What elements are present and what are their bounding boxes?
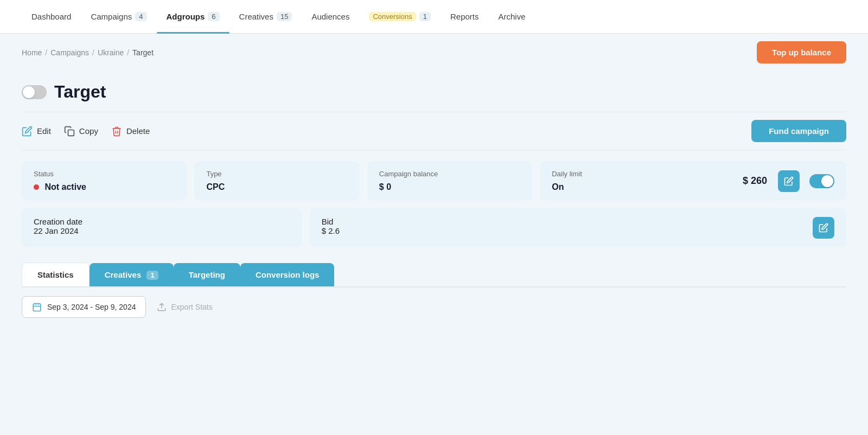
copy-icon bbox=[64, 126, 75, 137]
nav-item-conversions[interactable]: Conversions 1 bbox=[359, 0, 441, 34]
toolbar: Edit Copy Delete Fund campaign bbox=[22, 112, 846, 150]
info-cards-row1: Status Not active Type CPC Campaign bala… bbox=[22, 161, 846, 201]
status-dot bbox=[34, 184, 39, 190]
tabs-row: Statistics Creatives 1 Targeting Convers… bbox=[22, 263, 846, 287]
conversions-label: Conversions bbox=[369, 12, 416, 21]
delete-button[interactable]: Delete bbox=[111, 126, 150, 137]
export-icon bbox=[157, 302, 167, 312]
svg-rect-0 bbox=[68, 130, 74, 136]
delete-icon bbox=[111, 126, 122, 137]
creation-date-card: Creation date 22 Jan 2024 bbox=[22, 208, 302, 247]
breadcrumb-sep1: / bbox=[45, 48, 47, 57]
creation-date-label: Creation date bbox=[34, 217, 290, 226]
campaign-balance-value: $ 0 bbox=[379, 182, 520, 192]
title-row: Target bbox=[22, 69, 846, 112]
edit-button[interactable]: Edit bbox=[22, 126, 51, 137]
daily-limit-edit-button[interactable] bbox=[778, 170, 800, 192]
nav-item-campaigns[interactable]: Campaigns 4 bbox=[81, 0, 156, 34]
top-navigation: Dashboard Campaigns 4 Adgroups 6 Creativ… bbox=[0, 0, 868, 34]
bid-value: $ 2.6 bbox=[322, 226, 813, 235]
edit-daily-limit-icon bbox=[784, 176, 794, 186]
edit-icon bbox=[22, 126, 33, 137]
bid-info: Bid $ 2.6 bbox=[322, 217, 813, 235]
campaign-balance-card: Campaign balance $ 0 bbox=[367, 161, 532, 201]
toggle-knob bbox=[23, 86, 35, 98]
status-value: Not active bbox=[34, 182, 175, 192]
campaign-balance-label: Campaign balance bbox=[379, 170, 520, 178]
status-label: Status bbox=[34, 170, 175, 178]
tab-creatives[interactable]: Creatives 1 bbox=[90, 263, 174, 286]
bid-card: Bid $ 2.6 bbox=[310, 208, 846, 247]
creatives-tab-badge: 1 bbox=[146, 271, 158, 280]
daily-limit-amount: $ 260 bbox=[743, 175, 767, 187]
nav-item-archive[interactable]: Archive bbox=[488, 0, 535, 34]
daily-limit-card: Daily limit On $ 260 bbox=[540, 161, 846, 201]
calendar-icon bbox=[32, 302, 42, 312]
export-stats-label: Export Stats bbox=[171, 303, 212, 311]
breadcrumb-ukraine[interactable]: Ukraine bbox=[98, 48, 124, 57]
breadcrumb-home[interactable]: Home bbox=[22, 48, 42, 57]
bid-edit-button[interactable] bbox=[813, 217, 834, 239]
daily-limit-sub: On bbox=[552, 182, 737, 192]
breadcrumb-sep3: / bbox=[127, 48, 129, 57]
info-cards-row2: Creation date 22 Jan 2024 Bid $ 2.6 bbox=[22, 208, 846, 247]
date-range-label: Sep 3, 2024 - Sep 9, 2024 bbox=[47, 303, 136, 311]
page-title: Target bbox=[54, 82, 106, 102]
type-value: CPC bbox=[206, 182, 347, 192]
adgroups-badge: 6 bbox=[208, 12, 219, 21]
nav-item-dashboard[interactable]: Dashboard bbox=[22, 0, 81, 34]
nav-item-creatives[interactable]: Creatives 15 bbox=[229, 0, 302, 34]
tab-statistics[interactable]: Statistics bbox=[22, 263, 90, 286]
breadcrumb-sep2: / bbox=[92, 48, 94, 57]
breadcrumb-row: Home / Campaigns / Ukraine / Target Top … bbox=[0, 34, 868, 69]
nav-item-reports[interactable]: Reports bbox=[441, 0, 489, 34]
daily-limit-label: Daily limit bbox=[552, 170, 737, 178]
date-range-row: Sep 3, 2024 - Sep 9, 2024 Export Stats bbox=[22, 287, 846, 318]
toggle-switch[interactable] bbox=[22, 85, 47, 99]
svg-rect-1 bbox=[33, 304, 41, 311]
nav-item-adgroups[interactable]: Adgroups 6 bbox=[157, 0, 229, 34]
date-range-picker[interactable]: Sep 3, 2024 - Sep 9, 2024 bbox=[22, 296, 146, 318]
conversions-badge: 1 bbox=[419, 12, 431, 21]
tab-conversion-logs[interactable]: Conversion logs bbox=[240, 263, 335, 286]
copy-button[interactable]: Copy bbox=[64, 126, 98, 137]
daily-limit-info: Daily limit On bbox=[552, 170, 737, 192]
main-content: Target Edit Copy bbox=[0, 69, 868, 334]
nav-item-audiences[interactable]: Audiences bbox=[302, 0, 359, 34]
daily-limit-toggle-knob bbox=[821, 175, 833, 187]
breadcrumb-campaigns[interactable]: Campaigns bbox=[50, 48, 89, 57]
fund-campaign-button[interactable]: Fund campaign bbox=[751, 120, 846, 142]
campaigns-badge: 4 bbox=[135, 12, 146, 21]
export-stats-button[interactable]: Export Stats bbox=[157, 302, 212, 312]
campaign-toggle[interactable] bbox=[22, 85, 47, 99]
type-card: Type CPC bbox=[194, 161, 359, 201]
daily-limit-toggle[interactable] bbox=[809, 174, 834, 188]
toolbar-left: Edit Copy Delete bbox=[22, 126, 150, 137]
breadcrumb-current: Target bbox=[132, 48, 154, 57]
breadcrumb: Home / Campaigns / Ukraine / Target bbox=[22, 48, 154, 57]
bid-label: Bid bbox=[322, 217, 813, 226]
status-card: Status Not active bbox=[22, 161, 187, 201]
creation-date-value: 22 Jan 2024 bbox=[34, 226, 290, 235]
tab-targeting[interactable]: Targeting bbox=[174, 263, 240, 286]
creatives-badge: 15 bbox=[277, 12, 292, 21]
top-up-button[interactable]: Top up balance bbox=[757, 41, 846, 63]
edit-bid-icon bbox=[819, 223, 828, 233]
type-label: Type bbox=[206, 170, 347, 178]
